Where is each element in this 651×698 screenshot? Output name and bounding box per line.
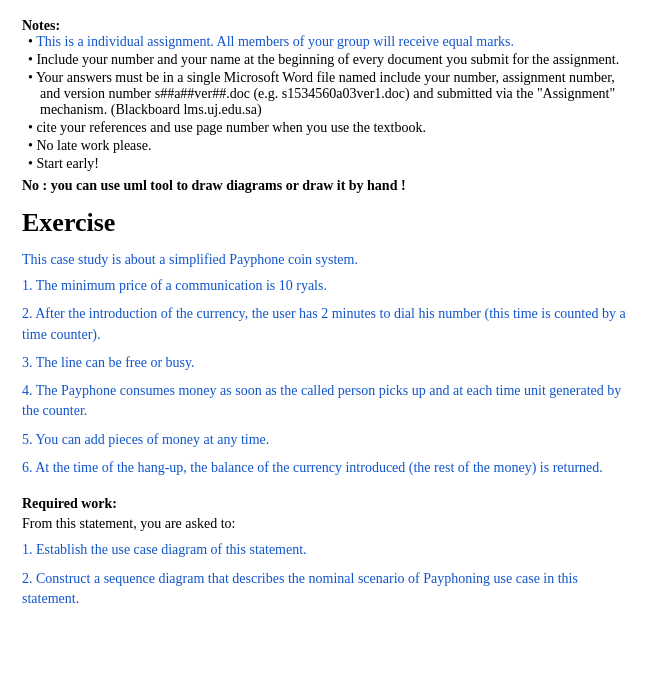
exercise-item-5: 5. You can add pieces of money at any ti… xyxy=(22,430,629,450)
list-item: cite your references and use page number… xyxy=(28,120,629,136)
list-item: This is a individual assignment. All mem… xyxy=(28,34,629,50)
required-item-1: 1. Establish the use case diagram of thi… xyxy=(22,540,629,560)
exercise-item-4: 4. The Payphone consumes money as soon a… xyxy=(22,381,629,422)
notes-section: Notes: This is a individual assignment. … xyxy=(22,18,629,194)
list-item: Include your number and your name at the… xyxy=(28,52,629,68)
list-item: Your answers must be in a single Microso… xyxy=(28,70,629,118)
required-section: Required work: From this statement, you … xyxy=(22,496,629,609)
exercise-item-3: 3. The line can be free or busy. xyxy=(22,353,629,373)
required-item-2: 2. Construct a sequence diagram that des… xyxy=(22,569,629,610)
notes-list: This is a individual assignment. All mem… xyxy=(22,34,629,172)
exercise-item-2: 2. After the introduction of the currenc… xyxy=(22,304,629,345)
required-intro: From this statement, you are asked to: xyxy=(22,516,629,532)
bold-note: No : you can use uml tool to draw diagra… xyxy=(22,178,629,194)
notes-title: Notes: xyxy=(22,18,60,33)
exercise-item-1: 1. The minimum price of a communication … xyxy=(22,276,629,296)
list-item: No late work please. xyxy=(28,138,629,154)
list-item: Start early! xyxy=(28,156,629,172)
exercise-item-6: 6. At the time of the hang-up, the balan… xyxy=(22,458,629,478)
exercise-title: Exercise xyxy=(22,208,629,238)
required-title: Required work: xyxy=(22,496,629,512)
case-study-intro: This case study is about a simplified Pa… xyxy=(22,252,629,268)
